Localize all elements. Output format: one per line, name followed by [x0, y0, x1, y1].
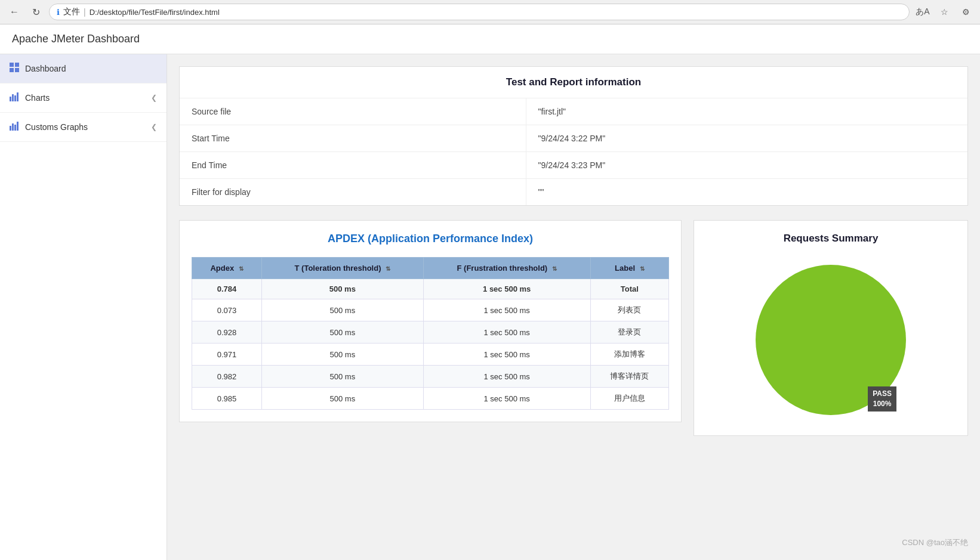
info-label: Filter for display: [180, 179, 526, 206]
info-table-row: Filter for display "": [180, 179, 967, 206]
pie-label: PASS 100%: [868, 386, 896, 412]
svg-rect-4: [10, 97, 11, 101]
info-value: "9/24/24 3:23 PM": [526, 152, 967, 179]
svg-rect-7: [17, 92, 19, 101]
apdex-table-row: 0.784 500 ms 1 sec 500 ms Total: [192, 279, 669, 299]
browser-action-icons: あA ☆ ⚙: [914, 4, 974, 20]
refresh-button[interactable]: ↻: [27, 4, 44, 20]
apdex-cell-apdex: 0.784: [192, 279, 262, 299]
apdex-cell-label: 博客详情页: [590, 366, 668, 388]
apdex-title: APDEX (Application Performance Index): [192, 233, 669, 245]
info-value: "": [526, 179, 967, 206]
apdex-table-row: 0.982 500 ms 1 sec 500 ms 博客详情页: [192, 366, 669, 388]
apdex-cell-apdex: 0.073: [192, 299, 262, 321]
apdex-cell-label: Total: [590, 279, 668, 299]
pie-container: PASS 100%: [747, 256, 914, 423]
info-table-row: Start Time "9/24/24 3:22 PM": [180, 125, 967, 152]
dashboard-icon: [10, 63, 19, 75]
requests-title: Requests Summary: [784, 233, 879, 245]
apdex-cell-frustration: 1 sec 500 ms: [423, 299, 590, 321]
apdex-col-label[interactable]: Label ⇅: [590, 258, 668, 279]
settings-button[interactable]: ⚙: [957, 4, 974, 20]
svg-rect-10: [14, 125, 16, 131]
sidebar-item-customs-graphs[interactable]: Customs Graphs ❮: [0, 113, 167, 142]
svg-rect-3: [15, 68, 19, 72]
apdex-col-frustration[interactable]: F (Frustration threshold) ⇅: [423, 258, 590, 279]
apdex-cell-label: 用户信息: [590, 388, 668, 410]
translate-button[interactable]: あA: [914, 4, 931, 20]
apdex-header-row: Apdex ⇅T (Toleration threshold) ⇅F (Frus…: [192, 258, 669, 279]
apdex-table-row: 0.971 500 ms 1 sec 500 ms 添加博客: [192, 344, 669, 366]
svg-rect-2: [10, 68, 14, 72]
info-card: Test and Report information Source file …: [179, 66, 968, 206]
info-table-row: End Time "9/24/24 3:23 PM": [180, 152, 967, 179]
sidebar-item-customs-left: Customs Graphs: [10, 121, 88, 133]
page-title-bar: Apache JMeter Dashboard: [0, 24, 980, 54]
svg-rect-11: [17, 122, 19, 131]
apdex-cell-apdex: 0.928: [192, 321, 262, 344]
bookmark-button[interactable]: ☆: [936, 4, 953, 20]
sidebar-item-dashboard[interactable]: Dashboard: [0, 54, 167, 83]
charts-icon: [10, 92, 19, 104]
info-value: "first.jtl": [526, 98, 967, 125]
apdex-cell-toleration: 500 ms: [262, 366, 423, 388]
info-card-title: Test and Report information: [180, 67, 967, 98]
apdex-table-row: 0.928 500 ms 1 sec 500 ms 登录页: [192, 321, 669, 344]
sidebar-item-customs-graphs-label: Customs Graphs: [25, 122, 88, 132]
apdex-cell-toleration: 500 ms: [262, 344, 423, 366]
apdex-cell-label: 登录页: [590, 321, 668, 344]
sort-icon: ⇅: [552, 265, 557, 272]
apdex-col-toleration[interactable]: T (Toleration threshold) ⇅: [262, 258, 423, 279]
apdex-cell-frustration: 1 sec 500 ms: [423, 388, 590, 410]
apdex-cell-apdex: 0.982: [192, 366, 262, 388]
address-separator: |: [84, 7, 86, 17]
info-label: Start Time: [180, 125, 526, 152]
address-text: D:/desktop/file/TestFile/first/index.htm…: [90, 8, 902, 17]
pass-label: PASS: [873, 389, 892, 399]
charts-chevron-icon: ❮: [151, 94, 157, 102]
apdex-cell-toleration: 500 ms: [262, 388, 423, 410]
info-label: End Time: [180, 152, 526, 179]
apdex-cell-toleration: 500 ms: [262, 321, 423, 344]
apdex-cell-frustration: 1 sec 500 ms: [423, 279, 590, 299]
info-value: "9/24/24 3:22 PM": [526, 125, 967, 152]
customs-graphs-chevron-icon: ❮: [151, 123, 157, 131]
page-title: Apache JMeter Dashboard: [12, 33, 140, 45]
sidebar-item-charts-left: Charts: [10, 92, 50, 104]
info-table-row: Source file "first.jtl": [180, 98, 967, 125]
sort-icon: ⇅: [239, 265, 244, 272]
apdex-table-row: 0.073 500 ms 1 sec 500 ms 列表页: [192, 299, 669, 321]
sidebar-item-dashboard-label: Dashboard: [25, 64, 66, 73]
sidebar: Dashboard Charts ❮: [0, 54, 167, 560]
address-prefix: 文件: [63, 7, 80, 17]
browser-chrome: ← ↻ ℹ 文件 | D:/desktop/file/TestFile/firs…: [0, 0, 980, 24]
layout: Dashboard Charts ❮: [0, 54, 980, 560]
watermark: CSDN @tao涵不绝: [902, 537, 968, 548]
apdex-card: APDEX (Application Performance Index) Ap…: [179, 220, 682, 422]
customs-graphs-icon: [10, 121, 19, 133]
sidebar-item-charts[interactable]: Charts ❮: [0, 83, 167, 113]
svg-rect-1: [15, 63, 19, 67]
apdex-cell-frustration: 1 sec 500 ms: [423, 366, 590, 388]
pass-percent: 100%: [873, 399, 892, 409]
apdex-cell-frustration: 1 sec 500 ms: [423, 344, 590, 366]
svg-rect-0: [10, 63, 14, 67]
svg-rect-5: [12, 94, 14, 101]
apdex-cell-apdex: 0.971: [192, 344, 262, 366]
apdex-cell-apdex: 0.985: [192, 388, 262, 410]
main-content: Test and Report information Source file …: [167, 54, 980, 560]
info-icon: ℹ: [57, 8, 60, 17]
apdex-cell-frustration: 1 sec 500 ms: [423, 321, 590, 344]
sidebar-item-charts-label: Charts: [25, 93, 50, 103]
address-bar[interactable]: ℹ 文件 | D:/desktop/file/TestFile/first/in…: [49, 4, 910, 20]
apdex-col-apdex[interactable]: Apdex ⇅: [192, 258, 262, 279]
apdex-cell-toleration: 500 ms: [262, 299, 423, 321]
apdex-cell-label: 列表页: [590, 299, 668, 321]
sort-icon: ⇅: [640, 265, 645, 272]
info-table: Source file "first.jtl" Start Time "9/24…: [180, 98, 967, 205]
apdex-cell-toleration: 500 ms: [262, 279, 423, 299]
sort-icon: ⇅: [386, 265, 390, 272]
info-label: Source file: [180, 98, 526, 125]
apdex-table-row: 0.985 500 ms 1 sec 500 ms 用户信息: [192, 388, 669, 410]
back-button[interactable]: ←: [6, 4, 23, 20]
